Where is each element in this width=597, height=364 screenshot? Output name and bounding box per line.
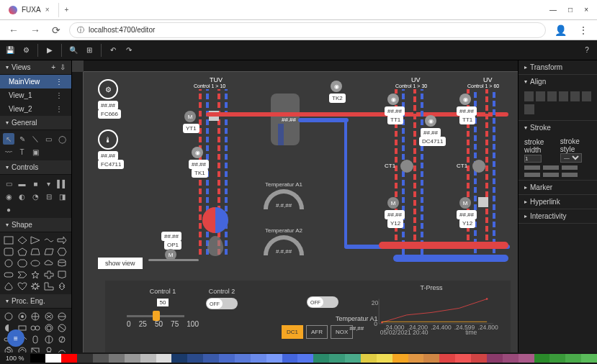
view-item-view2[interactable]: View_2 ⋮ — [0, 102, 71, 116]
distribute-h[interactable] — [524, 104, 534, 114]
trend-chart[interactable]: T-Press 20 0 .24.000 .24.200 .24.400 .2 — [356, 284, 507, 345]
back-button[interactable]: ← — [6, 23, 22, 37]
align-bottom[interactable] — [582, 91, 591, 101]
image-tool[interactable]: ▣ — [30, 146, 41, 158]
align-header[interactable]: ▾ Align — [519, 75, 597, 88]
undo-button[interactable]: ↶ — [106, 43, 120, 58]
shape-star[interactable] — [30, 270, 41, 280]
gauge-temperatur-a1[interactable]: Temperatur A1 #.#,## — [264, 181, 304, 210]
shape-doc[interactable] — [56, 270, 68, 280]
url-input[interactable]: ⓘ localhost:4700/editor — [69, 22, 546, 38]
pipe[interactable] — [413, 89, 416, 240]
indicator-icon[interactable]: ◉ — [192, 147, 203, 158]
view-item-mainview[interactable]: MainView ⋮ — [0, 75, 71, 88]
view-menu-icon[interactable]: ⋮ — [55, 78, 63, 86]
shape-cloud[interactable] — [43, 258, 55, 268]
indicator-icon[interactable]: ◉ — [387, 94, 399, 105]
proc-pump[interactable] — [17, 311, 28, 322]
temp-indicator[interactable] — [202, 207, 228, 233]
hyperlink-header[interactable]: ▸ Hyperlink — [519, 195, 597, 209]
shape-updown[interactable] — [56, 281, 68, 291]
editor-canvas[interactable]: TUV Control 1 > 10 UV Control 1 > 30 UV … — [84, 72, 518, 352]
minimize-icon[interactable]: — — [549, 6, 557, 14]
output-control[interactable]: ▬ — [17, 178, 28, 189]
shape-hexagon[interactable] — [56, 247, 68, 257]
pipe[interactable] — [493, 89, 495, 262]
align-left[interactable] — [524, 91, 534, 101]
proceng-header[interactable]: ▾ Proc. Eng. — [0, 294, 71, 309]
gauge-temperatur-a2[interactable]: Temperatur A2 #.#,## — [264, 227, 304, 256]
gauge-fc666[interactable]: ⚙ ##.## FC666 — [98, 79, 118, 99]
maximize-icon[interactable]: □ — [568, 6, 573, 14]
slider-control[interactable]: ⊟ — [43, 191, 55, 202]
tag-btn-dc1[interactable]: DC1 — [282, 325, 303, 339]
help-button[interactable]: ? — [580, 43, 594, 58]
stroke-style-select[interactable]: — — [560, 153, 582, 163]
proc-actuator[interactable] — [43, 346, 55, 352]
settings-button[interactable]: ⚙ — [19, 43, 33, 58]
shape-roundrect[interactable] — [3, 247, 14, 257]
close-window-icon[interactable]: × — [584, 6, 588, 14]
proc-tank[interactable] — [30, 311, 41, 322]
shape-cross[interactable] — [43, 270, 55, 280]
general-header[interactable]: ▾ General — [0, 116, 71, 130]
reload-button[interactable]: ⟳ — [49, 23, 63, 37]
slider-thumb[interactable] — [153, 311, 160, 321]
stroke-width-input[interactable] — [524, 155, 542, 163]
marker-header[interactable]: ▸ Marker — [519, 181, 597, 194]
indicator-icon[interactable]: ◉ — [331, 81, 342, 92]
shape-rect[interactable] — [3, 235, 14, 245]
fan-icon[interactable] — [472, 160, 485, 173]
fan-icon[interactable] — [400, 160, 413, 173]
browser-tab[interactable]: FUXA × — [0, 3, 59, 17]
forward-button[interactable]: → — [27, 23, 43, 37]
pipe[interactable] — [485, 89, 488, 240]
valve-icon[interactable] — [478, 197, 488, 207]
proc-damper[interactable] — [30, 346, 41, 352]
bar-control[interactable]: ◐ — [17, 191, 28, 202]
interactivity-header[interactable]: ▸ Interactivity — [519, 209, 597, 223]
pipe[interactable] — [421, 89, 423, 255]
motor-icon[interactable]: M — [387, 197, 399, 209]
view-item-view1[interactable]: View_1 ⋮ — [0, 88, 71, 102]
proc-filter[interactable] — [30, 323, 41, 333]
align-right[interactable] — [547, 91, 557, 101]
views-header[interactable]: ▾ Views + ⇩ — [0, 60, 71, 75]
view-menu-icon[interactable]: ⋮ — [55, 105, 63, 113]
shape-lshape[interactable] — [43, 281, 55, 291]
pipe[interactable] — [298, 118, 349, 122]
save-button[interactable]: 💾 — [3, 43, 17, 58]
proc-reactor[interactable] — [56, 323, 68, 333]
profile-icon[interactable]: 👤 — [552, 23, 570, 37]
menu-icon[interactable]: ⋮ — [575, 23, 591, 37]
rect-tool[interactable]: ▭ — [43, 133, 55, 145]
indicator-icon[interactable]: ◉ — [425, 115, 436, 127]
pipe[interactable] — [148, 259, 199, 261]
proc-indicator[interactable] — [17, 346, 28, 352]
shape-wave[interactable] — [43, 235, 55, 245]
shape-trapezoid[interactable] — [30, 247, 41, 257]
shape-burst[interactable] — [30, 281, 41, 291]
align-middle[interactable] — [570, 91, 580, 101]
motor-icon[interactable]: M — [459, 197, 471, 209]
stroke-sample[interactable] — [543, 165, 559, 170]
align-top[interactable] — [559, 91, 568, 101]
toggle-switch[interactable]: OFF — [307, 296, 338, 308]
proc-compressor[interactable] — [56, 311, 68, 322]
button-control[interactable]: ■ — [30, 178, 41, 189]
input-control[interactable]: ▭ — [3, 178, 14, 189]
proc-gauge[interactable] — [56, 346, 68, 352]
shape-triangle[interactable] — [30, 235, 41, 245]
shape-drop[interactable] — [3, 281, 14, 291]
path-tool[interactable]: 〰 — [3, 146, 14, 158]
shape-chevron[interactable] — [17, 270, 28, 280]
shape-pentagon[interactable] — [17, 247, 28, 257]
pipe[interactable] — [344, 118, 347, 247]
shape-arrow[interactable] — [56, 235, 68, 245]
tag-btn-afr[interactable]: AFR — [306, 325, 328, 339]
progress-control[interactable]: ● — [3, 204, 14, 215]
led-control[interactable]: ▌▌ — [56, 178, 68, 189]
shape-parallelogram[interactable] — [43, 247, 55, 257]
line-tool[interactable]: ＼ — [30, 133, 41, 145]
switch-control[interactable]: ◨ — [56, 191, 68, 202]
